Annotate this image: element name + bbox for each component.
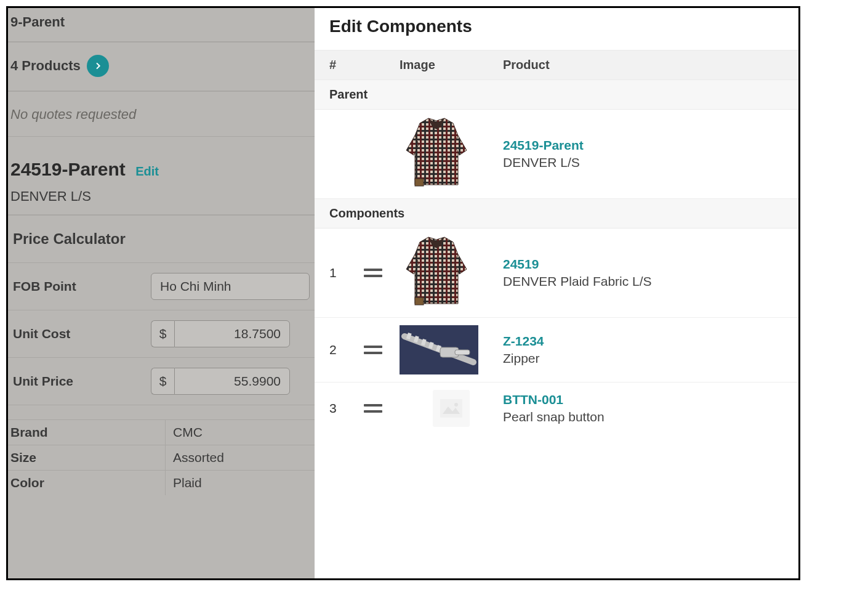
- component-row[interactable]: 3 BTTN-001 Pearl snap button: [315, 382, 798, 434]
- drag-cell: [364, 346, 400, 354]
- unit-cost-row: Unit Cost $ 18.7500: [8, 310, 315, 358]
- product-code-link[interactable]: Z-1234: [503, 334, 784, 349]
- edit-components-title: Edit Components: [315, 8, 798, 50]
- row-image: [400, 236, 503, 310]
- drag-handle-icon[interactable]: [364, 404, 382, 413]
- unit-price-value[interactable]: 55.9900: [174, 368, 290, 395]
- attr-color-value: Plaid: [166, 471, 315, 495]
- row-product: 24519-Parent DENVER L/S: [503, 138, 784, 170]
- drag-cell: [364, 269, 400, 277]
- unit-cost-value[interactable]: 18.7500: [174, 320, 290, 347]
- fob-input[interactable]: Ho Chi Minh: [151, 273, 310, 300]
- unit-price-row: Unit Price $ 55.9900: [8, 358, 315, 405]
- divider: [8, 405, 315, 420]
- product-code-link[interactable]: 24519: [503, 257, 784, 272]
- row-num: 1: [329, 265, 364, 280]
- product-desc: Zipper: [503, 351, 784, 366]
- product-code-link[interactable]: BTTN-001: [503, 392, 784, 407]
- fob-point-row: FOB Point Ho Chi Minh: [8, 263, 315, 310]
- col-image-header: Image: [400, 58, 503, 72]
- left-panel: 9-Parent 4 Products No quotes requested …: [8, 8, 315, 578]
- attributes-table: Brand CMC Size Assorted Color Plaid: [8, 420, 315, 495]
- product-title-block: 24519-Parent Edit DENVER L/S: [8, 137, 315, 215]
- drag-cell: [364, 404, 400, 413]
- shirt-icon: [403, 236, 470, 310]
- app-frame: 9-Parent 4 Products No quotes requested …: [6, 6, 800, 580]
- components-header-row: # Image Product: [315, 50, 798, 80]
- attr-size-value: Assorted: [166, 445, 315, 471]
- unit-cost-input[interactable]: $ 18.7500: [151, 320, 290, 347]
- unit-price-label: Unit Price: [13, 374, 151, 389]
- shirt-thumbnail: [400, 236, 473, 310]
- product-name: DENVER L/S: [10, 188, 312, 204]
- drag-handle-icon[interactable]: [364, 346, 382, 354]
- row-num: 2: [329, 342, 364, 357]
- zipper-icon: [400, 325, 478, 374]
- expand-products-button[interactable]: [87, 55, 109, 77]
- component-row[interactable]: 2 Z-1234 Zipper: [315, 318, 798, 382]
- components-section-label: Components: [315, 199, 798, 229]
- product-desc: DENVER L/S: [503, 155, 784, 170]
- shirt-thumbnail: [400, 117, 473, 191]
- row-num: 3: [329, 401, 364, 416]
- row-product: Z-1234 Zipper: [503, 334, 784, 366]
- row-image: [400, 390, 503, 427]
- attr-size-key: Size: [8, 445, 166, 471]
- quotes-empty-label: No quotes requested: [8, 91, 315, 137]
- panel-header: 9-Parent: [8, 8, 315, 42]
- product-desc: Pearl snap button: [503, 410, 784, 424]
- product-code: 24519-Parent: [10, 159, 126, 180]
- product-desc: DENVER Plaid Fabric L/S: [503, 274, 784, 289]
- products-row[interactable]: 4 Products: [8, 42, 315, 91]
- unit-cost-label: Unit Cost: [13, 326, 151, 341]
- right-panel: Edit Components # Image Product Parent 2…: [315, 8, 798, 578]
- attr-brand-value: CMC: [166, 420, 315, 445]
- component-row[interactable]: 1 24519 DENVER Plaid Fabric L/S: [315, 229, 798, 318]
- parent-section-label: Parent: [315, 80, 798, 110]
- chevron-right-icon: [93, 61, 103, 71]
- row-image: [400, 325, 503, 374]
- row-product: 24519 DENVER Plaid Fabric L/S: [503, 257, 784, 289]
- unit-price-input[interactable]: $ 55.9900: [151, 368, 290, 395]
- edit-link[interactable]: Edit: [135, 164, 159, 178]
- price-calculator-heading: Price Calculator: [8, 215, 315, 263]
- products-label: 4 Products: [10, 58, 81, 74]
- product-code-link[interactable]: 24519-Parent: [503, 138, 784, 153]
- zipper-thumbnail: [400, 325, 478, 374]
- shirt-icon: [403, 117, 470, 191]
- col-num-header: #: [329, 58, 364, 72]
- drag-handle-icon[interactable]: [364, 269, 382, 277]
- currency-symbol: $: [151, 368, 174, 395]
- placeholder-thumbnail: [433, 390, 470, 427]
- fob-label: FOB Point: [13, 279, 151, 294]
- image-placeholder-icon: [440, 399, 462, 418]
- row-product: BTTN-001 Pearl snap button: [503, 392, 784, 424]
- parent-row[interactable]: 24519-Parent DENVER L/S: [315, 110, 798, 199]
- row-image: [400, 117, 503, 191]
- col-product-header: Product: [503, 58, 784, 72]
- attr-brand-key: Brand: [8, 420, 166, 445]
- currency-symbol: $: [151, 320, 174, 347]
- attr-color-key: Color: [8, 471, 166, 495]
